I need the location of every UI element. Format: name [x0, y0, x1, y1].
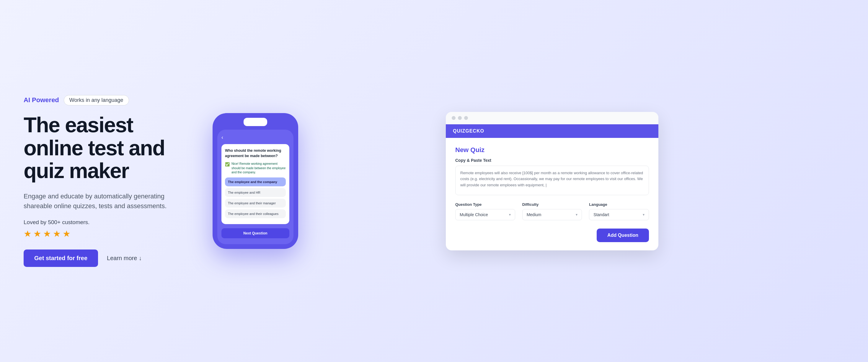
dot-1 [452, 116, 456, 120]
difficulty-value: Medium [527, 212, 541, 217]
phone-question-text: Who should the remote working agreement … [225, 148, 286, 158]
question-type-group: Question Type Multiple Choice ▾ [455, 202, 515, 220]
right-panel: ‹ Who should the remote working agreemen… [213, 81, 844, 281]
phone-notch [244, 118, 267, 126]
check-icon: ✅ [225, 162, 230, 167]
star-5: ★ [63, 229, 70, 239]
language-value: Standart [593, 212, 609, 217]
phone-option-3[interactable]: The employee and their colleagues [225, 209, 286, 218]
star-4: ★ [53, 229, 61, 239]
phone-option-1[interactable]: The employee and HR [225, 188, 286, 197]
star-2: ★ [33, 229, 41, 239]
loved-by-text: Loved by 500+ customers. [24, 219, 195, 225]
chevron-down-icon-3: ▾ [643, 213, 645, 217]
difficulty-label: Difficulty [522, 202, 582, 207]
get-started-button[interactable]: Get started for free [24, 249, 98, 267]
correct-answer-feedback: ✅ Nice! Remote working agreement should … [225, 161, 286, 175]
difficulty-group: Difficulty Medium ▾ [522, 202, 582, 220]
phone-option-0[interactable]: The employee and the company [225, 177, 286, 186]
language-label: Language [589, 202, 649, 207]
phone-mockup: ‹ Who should the remote working agreemen… [213, 113, 298, 249]
cta-row: Get started for free Learn more ↓ [24, 249, 195, 267]
ai-powered-label: AI Powered [24, 96, 59, 104]
next-question-button[interactable]: Next Question [221, 228, 289, 238]
chevron-down-icon-2: ▾ [576, 213, 578, 217]
chevron-down-icon: ▾ [509, 213, 511, 217]
add-question-button[interactable]: Add Question [597, 229, 649, 242]
learn-more-button[interactable]: Learn more ↓ [107, 255, 142, 262]
dot-2 [458, 116, 462, 120]
card-body: New Quiz Copy & Paste Text Remote employ… [446, 138, 658, 250]
top-badges: AI Powered Works in any language [24, 95, 195, 105]
star-rating: ★ ★ ★ ★ ★ [24, 229, 195, 239]
page-wrapper: AI Powered Works in any language The eas… [0, 0, 868, 362]
language-group: Language Standart ▾ [589, 202, 649, 220]
copy-paste-label: Copy & Paste Text [455, 158, 649, 163]
question-type-select[interactable]: Multiple Choice ▾ [455, 209, 515, 220]
form-row: Question Type Multiple Choice ▾ Difficul… [455, 202, 649, 220]
correct-answer-text: Nice! Remote working agreement should be… [231, 161, 286, 175]
difficulty-select[interactable]: Medium ▾ [522, 209, 582, 220]
sub-heading: Engage and educate by automatically gene… [24, 191, 177, 211]
language-select[interactable]: Standart ▾ [589, 209, 649, 220]
main-heading: The easiest online test and quiz maker [24, 114, 195, 182]
dot-3 [464, 116, 468, 120]
star-3: ★ [43, 229, 51, 239]
phone-question-card: Who should the remote working agreement … [221, 144, 289, 224]
card-titlebar [446, 112, 658, 124]
new-quiz-title: New Quiz [455, 146, 649, 154]
card-header: QUIZGECKO [446, 124, 658, 138]
text-area-mock[interactable]: Remote employees will also receive [100$… [455, 165, 649, 195]
question-type-label: Question Type [455, 202, 515, 207]
language-badge: Works in any language [64, 95, 129, 105]
phone-inner: ‹ Who should the remote working agreemen… [217, 130, 293, 244]
desktop-card: QUIZGECKO New Quiz Copy & Paste Text Rem… [446, 112, 658, 250]
quizgecko-logo: QUIZGECKO [453, 128, 484, 133]
star-1: ★ [24, 229, 32, 239]
phone-option-2[interactable]: The employee and their manager [225, 199, 286, 208]
question-type-value: Multiple Choice [460, 212, 488, 217]
back-button[interactable]: ‹ [221, 134, 289, 141]
left-panel: AI Powered Works in any language The eas… [24, 95, 195, 267]
